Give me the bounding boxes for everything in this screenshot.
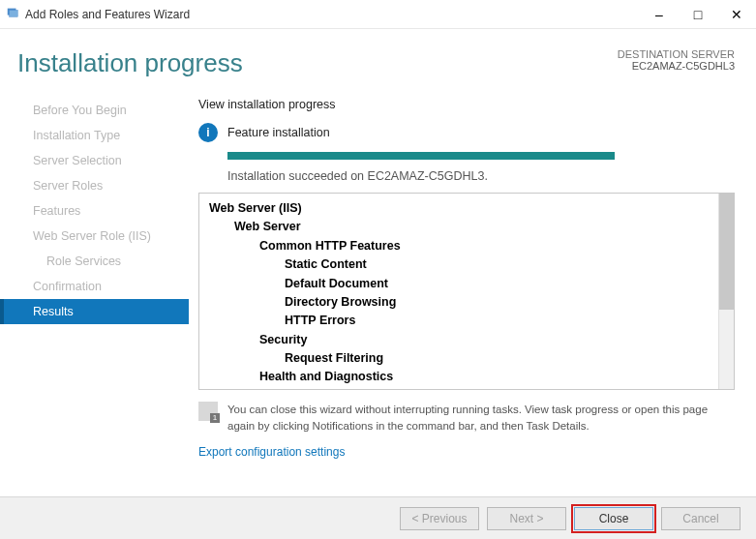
tree-node: HTTP Logging [285,387,709,389]
tree-node: Static Content [285,255,709,274]
window-title: Add Roles and Features Wizard [25,8,190,21]
titlebar: Add Roles and Features Wizard – □ ✕ [0,0,756,29]
tree-node: Default Document [285,275,709,293]
tree-node: Directory Browsing [285,293,709,312]
tree-node: Security [259,331,709,349]
page-title: Installation progress [17,48,243,78]
tree-node: Request Filtering [285,349,709,368]
notification-flag-icon [198,402,218,421]
sidebar-item-before-you-begin: Before You Begin [0,98,189,123]
header: Installation progress DESTINATION SERVER… [0,29,756,86]
destination-info: DESTINATION SERVER EC2AMAZ-C5GDHL3 [618,48,735,78]
footer: < Previous Next > Close Cancel [0,496,756,539]
sidebar-item-role-services: Role Services [0,249,189,274]
sidebar-item-features: Features [0,198,189,224]
export-configuration-link[interactable]: Export configuration settings [198,445,735,459]
destination-label: DESTINATION SERVER [618,48,735,60]
close-window-button[interactable]: ✕ [717,0,756,29]
feature-label: Feature installation [227,126,330,139]
section-title: View installation progress [198,98,735,111]
cancel-button: Cancel [661,507,741,530]
tree-node: Web Server (IIS) [209,199,709,218]
results-tree: Web Server (IIS)Web ServerCommon HTTP Fe… [198,193,735,390]
progress-bar [227,152,615,160]
scroll-thumb[interactable] [719,194,734,310]
info-icon: i [198,123,218,142]
sidebar-item-web-server-role: Web Server Role (IIS) [0,224,189,249]
sidebar-item-server-selection: Server Selection [0,148,189,173]
previous-button: < Previous [400,507,479,530]
sidebar-item-installation-type: Installation Type [0,123,189,148]
status-text: Installation succeeded on EC2AMAZ-C5GDHL… [227,169,735,183]
scrollbar[interactable] [718,194,734,389]
tree-node: Health and Diagnostics [259,368,709,386]
app-icon [6,6,19,22]
note-text: You can close this wizard without interr… [227,402,735,434]
svg-rect-1 [10,10,18,16]
close-button[interactable]: Close [574,507,653,530]
main-content: View installation progress i Feature ins… [189,92,756,459]
next-button: Next > [487,507,566,530]
destination-server: EC2AMAZ-C5GDHL3 [618,60,735,72]
tree-node: HTTP Errors [285,312,709,330]
tree-node: Common HTTP Features [259,237,709,255]
tree-node: Web Server [234,218,709,236]
sidebar-item-results[interactable]: Results [0,299,189,324]
maximize-button[interactable]: □ [679,0,717,29]
minimize-button[interactable]: – [640,0,679,29]
sidebar: Before You Begin Installation Type Serve… [0,92,189,459]
sidebar-item-server-roles: Server Roles [0,173,189,198]
sidebar-item-confirmation: Confirmation [0,274,189,299]
